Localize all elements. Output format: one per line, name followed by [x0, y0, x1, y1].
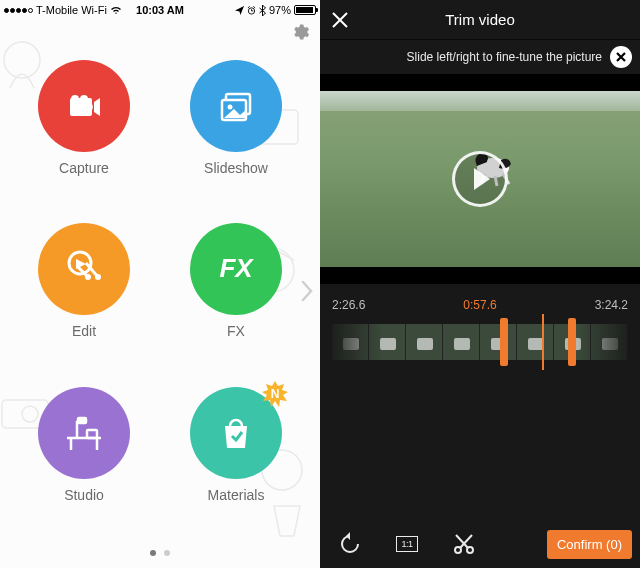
rotate-icon[interactable] — [338, 532, 362, 556]
camera-icon — [60, 82, 108, 130]
home-grid: Capture Slideshow Edit FX FX Studio — [0, 42, 320, 538]
svg-text:FX: FX — [219, 253, 254, 283]
location-icon — [235, 6, 244, 15]
svg-text:N: N — [271, 387, 280, 401]
time-start: 2:26.6 — [332, 298, 365, 312]
fx-button[interactable]: FX FX — [180, 211, 292, 374]
hint-text: Slide left/right to fine-tune the pictur… — [407, 50, 602, 64]
time-current: 0:57.6 — [463, 298, 496, 312]
photos-icon — [212, 82, 260, 130]
edit-button[interactable]: Edit — [28, 211, 140, 374]
page-dot — [164, 550, 170, 556]
confirm-button[interactable]: Confirm (0) — [547, 530, 632, 559]
svg-point-8 — [71, 95, 79, 103]
playhead[interactable] — [542, 314, 544, 370]
chevron-right-icon[interactable] — [300, 280, 314, 302]
fx-icon: FX — [210, 243, 262, 295]
trim-header: Trim video — [320, 0, 640, 40]
hint-close-icon[interactable] — [610, 46, 632, 68]
video-preview — [320, 74, 640, 284]
clock-label: 10:03 AM — [136, 4, 184, 16]
hint-bar: Slide left/right to fine-tune the pictur… — [320, 40, 640, 74]
svg-rect-17 — [78, 418, 86, 423]
aspect-ratio-button[interactable]: 1:1 — [396, 536, 418, 552]
close-icon[interactable] — [330, 10, 350, 30]
svg-point-9 — [80, 95, 88, 103]
play-button[interactable] — [452, 151, 508, 207]
trim-handle-left[interactable] — [500, 318, 508, 366]
trim-title: Trim video — [445, 11, 514, 28]
alarm-icon — [247, 6, 256, 15]
svg-point-12 — [228, 105, 233, 110]
studio-button[interactable]: Studio — [28, 375, 140, 538]
studio-label: Studio — [64, 487, 104, 503]
capture-button[interactable]: Capture — [28, 48, 140, 211]
svg-rect-18 — [87, 430, 97, 438]
trim-handle-right[interactable] — [568, 318, 576, 366]
time-end: 3:24.2 — [595, 298, 628, 312]
slideshow-button[interactable]: Slideshow — [180, 48, 292, 211]
capture-label: Capture — [59, 160, 109, 176]
play-icon — [474, 168, 490, 190]
new-badge-icon: N — [262, 381, 288, 407]
timecode-row: 2:26.6 0:57.6 3:24.2 — [320, 284, 640, 318]
wifi-icon — [110, 5, 122, 15]
materials-button[interactable]: N Materials — [180, 375, 292, 538]
bluetooth-icon — [259, 5, 266, 16]
bag-icon — [213, 410, 259, 456]
edit-label: Edit — [72, 323, 96, 339]
slideshow-label: Slideshow — [204, 160, 268, 176]
trim-toolbar: 1:1 Confirm (0) — [320, 520, 640, 568]
page-indicator — [0, 538, 320, 568]
battery-icon — [294, 5, 316, 15]
desk-icon — [59, 408, 109, 458]
settings-gear-icon[interactable] — [290, 22, 310, 42]
carrier-label: T-Mobile Wi-Fi — [36, 4, 107, 16]
svg-point-7 — [83, 102, 93, 112]
battery-pct-label: 97% — [269, 4, 291, 16]
ios-status-bar: T-Mobile Wi-Fi 10:03 AM 97% — [0, 0, 320, 18]
materials-label: Materials — [208, 487, 265, 503]
fx-label: FX — [227, 323, 245, 339]
timeline-scrubber[interactable] — [332, 318, 628, 366]
edit-icon — [60, 245, 108, 293]
scissors-icon[interactable] — [452, 532, 476, 556]
signal-strength-icon — [4, 8, 33, 13]
page-dot — [150, 550, 156, 556]
